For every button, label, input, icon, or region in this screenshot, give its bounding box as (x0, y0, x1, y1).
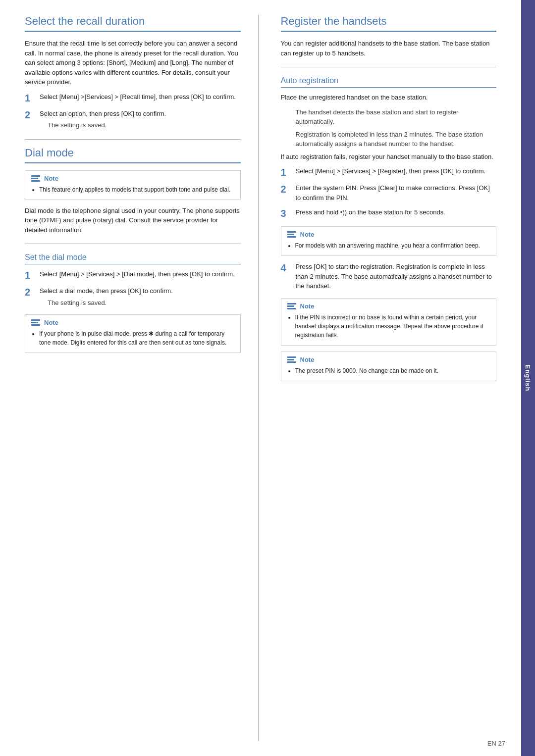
reg-note2-label: Note (300, 302, 315, 310)
reg-step-3-text: Press and hold •)) on the base station f… (296, 208, 445, 216)
section-divider-2 (25, 244, 241, 244)
dial-mode-title: Dial mode (25, 147, 241, 163)
reg-step-4: 4 Press [OK] to start the registration. … (281, 262, 497, 291)
reg-note3-label: Note (300, 356, 315, 363)
recall-step-1-number: 1 (25, 92, 35, 104)
dial-mode-note1-item-0: This feature only applies to models that… (39, 185, 234, 194)
note1-icon (31, 175, 40, 182)
dial-step-1-content: Select [Menu] > [Services] > [Dial mode]… (40, 269, 241, 279)
page-number: EN 27 (487, 740, 505, 747)
reg-step-1: 1 Select [Menu] > [Services] > [Register… (281, 166, 497, 178)
recall-step-2-content: Select an option, then press [OK] to con… (40, 109, 241, 130)
reg-note1-label: Note (300, 231, 315, 238)
auto-reg-para2: If auto registration fails, register you… (281, 152, 497, 162)
dial-mode-note2-item-0: If your phone is in pulse dial mode, pre… (39, 329, 234, 347)
reg-note3-icon (287, 356, 296, 363)
auto-reg-indented-1: The handset detects the base station and… (296, 107, 497, 127)
dial-step-2-content: Select a dial mode, then press [OK] to c… (40, 286, 241, 307)
dial-mode-note2-label: Note (44, 319, 58, 326)
register-divider-1 (281, 67, 497, 67)
reg-note3-body: The preset PIN is 0000. No change can be… (287, 366, 490, 375)
reg-step-4-number: 4 (281, 262, 291, 274)
page-footer: EN 27 (487, 740, 505, 747)
recall-step-1-text: Select [Menu] >[Services] > [Recall time… (40, 93, 236, 101)
recall-step-2-sub: The setting is saved. (40, 120, 241, 130)
dial-step-1: 1 Select [Menu] > [Services] > [Dial mod… (25, 269, 241, 281)
side-tab: English (521, 0, 535, 756)
reg-note3-header: Note (287, 356, 490, 363)
dial-step-2: 2 Select a dial mode, then press [OK] to… (25, 286, 241, 307)
reg-note1-item-0: For models with an answering machine, yo… (295, 241, 490, 250)
dial-mode-intro: Dial mode is the telephone signal used i… (25, 206, 241, 235)
reg-step-2-content: Enter the system PIN. Press [Clear] to m… (296, 183, 497, 202)
note2-icon (31, 319, 40, 326)
dial-step-1-text: Select [Menu] > [Services] > [Dial mode]… (40, 270, 235, 278)
reg-note2-box: Note If the PIN is incorrect or no base … (281, 298, 497, 346)
reg-step-2-number: 2 (281, 183, 291, 195)
recall-duration-intro: Ensure that the recall time is set corre… (25, 39, 241, 87)
auto-registration-title: Auto registration (281, 76, 497, 88)
reg-step-3-number: 3 (281, 207, 291, 219)
reg-step-4-content: Press [OK] to start the registration. Re… (296, 262, 497, 291)
dial-mode-note1-header: Note (31, 175, 234, 182)
recall-step-1-content: Select [Menu] >[Services] > [Recall time… (40, 92, 241, 102)
reg-step-2-text: Enter the system PIN. Press [Clear] to m… (296, 184, 490, 202)
register-step4-wrapper: 4 Press [OK] to start the registration. … (281, 262, 497, 291)
dial-mode-note1-body: This feature only applies to models that… (31, 185, 234, 194)
main-content: Select the recall duration Ensure that t… (0, 0, 521, 756)
right-column: Register the handsets You can register a… (278, 15, 497, 741)
dial-mode-note2-body: If your phone is in pulse dial mode, pre… (31, 329, 234, 347)
reg-note2-body: If the PIN is incorrect or no base is fo… (287, 313, 490, 340)
auto-registration-intro: Place the unregistered handset on the ba… (281, 93, 497, 102)
dial-mode-note2-header: Note (31, 319, 234, 326)
reg-note1-icon (287, 231, 296, 238)
side-tab-label: English (525, 365, 532, 392)
dial-step-2-number: 2 (25, 286, 35, 298)
reg-step-1-number: 1 (281, 166, 291, 178)
register-steps: 1 Select [Menu] > [Services] > [Register… (281, 166, 497, 219)
dial-mode-note1-label: Note (44, 175, 58, 182)
reg-note1-body: For models with an answering machine, yo… (287, 241, 490, 250)
recall-duration-title: Select the recall duration (25, 15, 241, 32)
dial-step-2-sub: The setting is saved. (40, 298, 241, 308)
auto-reg-indented-2: Registration is completed in less than 2… (296, 130, 497, 149)
dial-step-1-number: 1 (25, 269, 35, 281)
reg-note2-header: Note (287, 302, 490, 310)
reg-note3-box: Note The preset PIN is 0000. No change c… (281, 352, 497, 381)
recall-step-2-number: 2 (25, 109, 35, 121)
reg-note3-item-0: The preset PIN is 0000. No change can be… (295, 366, 490, 375)
reg-step-2: 2 Enter the system PIN. Press [Clear] to… (281, 183, 497, 202)
recall-steps: 1 Select [Menu] >[Services] > [Recall ti… (25, 92, 241, 130)
register-handsets-intro: You can register additional handsets to … (281, 39, 497, 58)
reg-note2-item-0: If the PIN is incorrect or no base is fo… (295, 313, 490, 340)
recall-step-2: 2 Select an option, then press [OK] to c… (25, 109, 241, 130)
dial-step-2-text: Select a dial mode, then press [OK] to c… (40, 287, 173, 295)
recall-step-1: 1 Select [Menu] >[Services] > [Recall ti… (25, 92, 241, 104)
page-container: English Select the recall duration Ensur… (0, 0, 535, 756)
register-handsets-title: Register the handsets (281, 15, 497, 32)
dial-mode-steps: 1 Select [Menu] > [Services] > [Dial mod… (25, 269, 241, 307)
dial-mode-note2-box: Note If your phone is in pulse dial mode… (25, 314, 241, 353)
left-column: Select the recall duration Ensure that t… (25, 15, 259, 741)
reg-note2-icon (287, 303, 296, 309)
reg-note1-header: Note (287, 231, 490, 238)
reg-step-4-text: Press [OK] to start the registration. Re… (296, 263, 492, 290)
reg-note1-box: Note For models with an answering machin… (281, 226, 497, 256)
reg-step-1-text: Select [Menu] > [Services] > [Register],… (296, 167, 486, 175)
reg-step-3: 3 Press and hold •)) on the base station… (281, 207, 497, 219)
reg-step-1-content: Select [Menu] > [Services] > [Register],… (296, 166, 497, 176)
reg-step-3-content: Press and hold •)) on the base station f… (296, 207, 497, 217)
recall-step-2-text: Select an option, then press [OK] to con… (40, 110, 166, 117)
section-divider-1 (25, 139, 241, 140)
set-dial-mode-title: Set the dial mode (25, 253, 241, 264)
dial-mode-note1-box: Note This feature only applies to models… (25, 170, 241, 200)
